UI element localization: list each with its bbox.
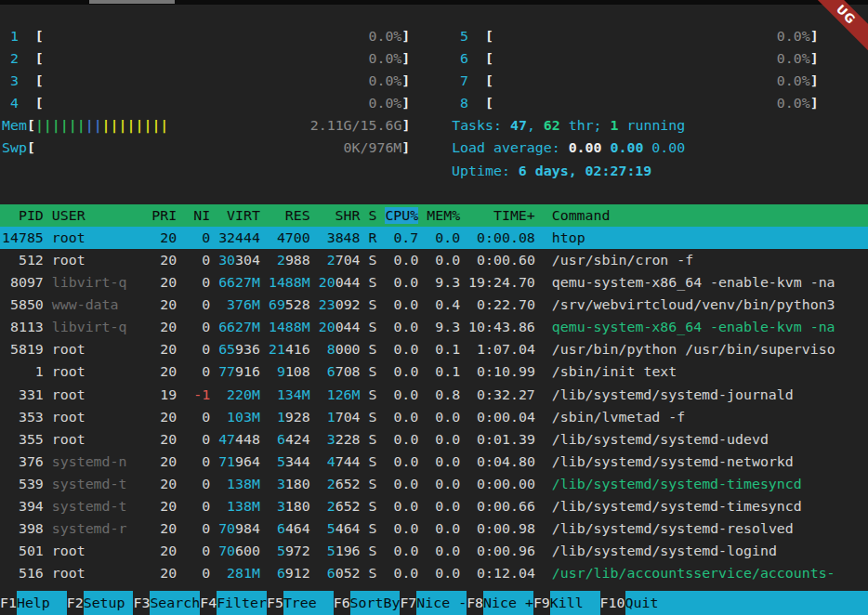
text-segment: root (52, 386, 136, 403)
text-segment (210, 274, 218, 291)
text-segment: 220M (218, 386, 260, 403)
fkey-f8[interactable]: F8Nice + (467, 591, 533, 615)
text-segment: 652 (335, 498, 361, 515)
text-segment: 20 (135, 431, 185, 448)
fkey-number: F1 (0, 591, 17, 615)
fkey-number: F2 (67, 591, 84, 615)
table-header[interactable]: PID USER PRI NI VIRT RES SHR S CPU% MEM%… (0, 204, 868, 227)
text-segment: 180 (285, 476, 310, 492)
text-segment: 0 (185, 341, 210, 358)
text-segment: 4700 (269, 229, 310, 246)
text-segment: 69 (269, 296, 285, 313)
process-row[interactable]: 355 root 20 0 47448 6424 3228 S 0.0 0.0 … (0, 428, 868, 451)
text-segment (260, 409, 269, 425)
fkey-label: Setup (84, 591, 134, 615)
text-segment: 0.00 (569, 139, 611, 156)
text-segment: 0 (185, 498, 210, 515)
text-segment: 6 (460, 50, 468, 67)
text-segment: 353 (2, 409, 52, 425)
fkey-f7[interactable]: F7Nice - (400, 591, 467, 615)
process-row[interactable]: 8097 libvirt-q 20 0 6627M 1488M 20044 S … (0, 271, 868, 294)
text-segment: ] (401, 72, 410, 89)
text-segment: 0.00 (651, 139, 685, 156)
text-segment (260, 476, 269, 492)
text-segment: 20 (135, 319, 185, 335)
fkey-f9[interactable]: F9Kill (533, 591, 600, 615)
process-row-selected[interactable]: 14785 root 20 0 32444 4700 3848 R 0.7 0.… (0, 227, 868, 249)
text-segment: 0 (185, 409, 210, 425)
text-segment (260, 319, 269, 335)
process-row[interactable]: 539 systemd-t 20 0 138M 3180 2652 S 0.0 … (0, 473, 868, 495)
text-segment (410, 28, 452, 45)
text-segment: 30 (218, 252, 235, 268)
text-segment: ] (401, 28, 410, 45)
text-segment (310, 229, 319, 246)
fkey-f2[interactable]: F2Setup (67, 591, 134, 615)
text-segment: 0 (185, 252, 210, 268)
process-row[interactable]: 353 root 20 0 103M 1928 1704 S 0.0 0.0 0… (0, 406, 868, 428)
text-segment: 3848 (319, 229, 361, 246)
fkey-f1[interactable]: F1Help (0, 591, 67, 615)
text-segment: 984 (235, 520, 260, 537)
text-segment: 65 (218, 341, 235, 358)
process-row[interactable]: 501 root 20 0 70600 5972 5196 S 0.0 0.0 … (0, 540, 868, 562)
text-segment: 71 (218, 453, 235, 470)
process-row[interactable]: 1 root 20 0 77916 9108 6708 S 0.0 0.1 0:… (0, 360, 868, 383)
text-segment (260, 520, 269, 537)
text-segment: Load average: (452, 139, 569, 156)
text-segment (310, 363, 319, 380)
text-segment (310, 543, 319, 559)
text-segment: 912 (285, 565, 310, 582)
process-row[interactable]: 5850 www-data 20 0 376M 69528 23092 S 0.… (0, 294, 868, 316)
text-segment: Uptime: (452, 163, 519, 179)
text-segment: 5819 (2, 341, 52, 358)
process-row[interactable]: 376 systemd-n 20 0 71964 5344 4744 S 0.0… (0, 451, 868, 473)
text-segment: S 0.0 0.1 1:07.04 (361, 341, 552, 358)
text-segment: htop (552, 229, 585, 246)
text-segment: 108 (285, 363, 310, 380)
process-row[interactable]: 512 root 20 0 30304 2988 2704 S 0.0 0.0 … (0, 249, 868, 271)
fkey-f3[interactable]: F3Search (133, 591, 200, 615)
text-segment: MEM% TIME+ Command (418, 207, 610, 224)
text-segment (210, 319, 218, 335)
process-row[interactable]: 331 root 19 -1 220M 134M 126M S 0.0 0.8 … (0, 384, 868, 406)
text-segment: ] (810, 95, 819, 111)
text-segment: 3 (10, 72, 19, 89)
process-row[interactable]: 516 root 20 0 281M 6912 6052 S 0.0 0.0 0… (0, 562, 868, 584)
fkey-f4[interactable]: F4Filter (200, 591, 267, 615)
text-segment (210, 431, 218, 448)
text-segment: 8097 (2, 274, 52, 291)
text-segment: 464 (285, 520, 310, 537)
process-row[interactable]: 5819 root 20 0 65936 21416 8000 S 0.0 0.… (0, 338, 868, 360)
text-segment (210, 565, 218, 582)
scrollbar-thumb[interactable] (89, 0, 175, 4)
text-segment: 0 (185, 565, 210, 582)
process-row[interactable]: 8113 libvirt-q 20 0 6627M 1488M 20044 S … (0, 316, 868, 338)
text-segment: PID USER PRI NI VIRT RES SHR S (2, 207, 385, 224)
fkey-label: Nice + (483, 591, 533, 615)
text-segment: /usr/sbin/cron -f (552, 252, 693, 268)
fkey-f5[interactable]: F5Tree (267, 591, 334, 615)
fkey-number: F3 (133, 591, 150, 615)
text-segment: 704 (335, 252, 361, 268)
text-segment: 0.0% (493, 50, 810, 67)
text-segment: running (619, 117, 686, 134)
text-segment: 6 (269, 565, 285, 582)
text-segment: 044 (335, 319, 361, 335)
text-segment: 424 (285, 431, 310, 448)
text-segment (410, 139, 452, 156)
fkey-f6[interactable]: F6SortBy (334, 591, 401, 615)
text-segment: 331 (2, 386, 52, 403)
text-segment (2, 28, 10, 45)
text-segment: 5850 (2, 296, 52, 313)
process-row[interactable]: 398 systemd-r 20 0 70984 6464 5464 S 0.0… (0, 517, 868, 540)
blank-line (0, 182, 868, 204)
memory-meter-and-tasks-line: Mem[|||||||||||||||| 2.11G/15.6G] Tasks:… (0, 114, 868, 137)
process-row[interactable]: 394 systemd-t 20 0 138M 3180 2652 S 0.0 … (0, 495, 868, 517)
text-segment: 126M (319, 386, 361, 403)
text-segment: 0.0% (493, 72, 810, 89)
text-segment: 228 (335, 431, 361, 448)
fkey-f10[interactable]: F10Quit (600, 591, 676, 615)
text-segment: root (52, 341, 136, 358)
text-segment: 6627M (218, 319, 260, 335)
